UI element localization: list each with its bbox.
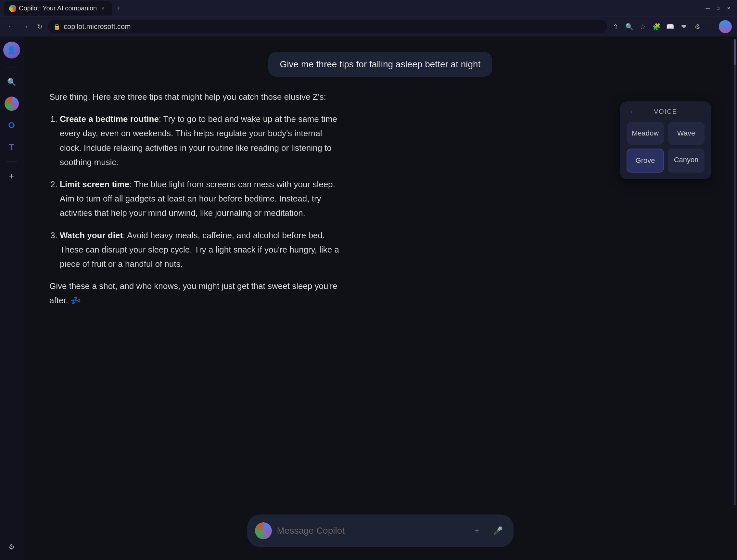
- sidebar-search-icon[interactable]: 🔍: [4, 74, 19, 90]
- user-message-wrapper: Give me three tips for falling asleep be…: [49, 52, 711, 77]
- chat-area: Give me three tips for falling asleep be…: [23, 36, 737, 508]
- voice-panel-header: ← VOICE: [627, 108, 705, 115]
- content-area: Give me three tips for falling asleep be…: [23, 36, 737, 560]
- maximize-button[interactable]: □: [714, 4, 723, 13]
- voice-option-meadow[interactable]: Meadow: [627, 122, 664, 145]
- extensions-icon[interactable]: 🧩: [651, 21, 662, 33]
- copilot-toolbar-button[interactable]: [719, 20, 732, 33]
- tip-item-2: Limit screen time: The blue light from s…: [60, 177, 342, 220]
- browser-settings-icon[interactable]: ⚙: [692, 21, 703, 33]
- microphone-button[interactable]: 🎤: [490, 523, 506, 539]
- main-container: 👤 🔍 O T + ⚙ Give me three tips for falli…: [0, 36, 737, 560]
- tip-item-1: Create a bedtime routine: Try to go to b…: [60, 112, 342, 169]
- close-button[interactable]: ✕: [724, 4, 733, 13]
- tab-close-button[interactable]: ✕: [99, 5, 107, 12]
- address-text: copilot.microsoft.com: [64, 22, 131, 31]
- sidebar-bottom: ⚙: [4, 539, 19, 555]
- user-message: Give me three tips for falling asleep be…: [268, 52, 492, 77]
- voice-panel-title: VOICE: [654, 108, 677, 115]
- share-icon[interactable]: ⇧: [610, 21, 621, 33]
- voice-panel: ← VOICE Meadow Wave Grove Canyon: [620, 101, 711, 179]
- scrollbar[interactable]: [732, 36, 737, 508]
- refresh-button[interactable]: ↻: [34, 21, 45, 33]
- sidebar-copilot-icon[interactable]: [5, 97, 19, 111]
- reading-icon[interactable]: 📖: [664, 21, 676, 33]
- copilot-icon-button[interactable]: [255, 522, 272, 539]
- scrollbar-track: [734, 39, 736, 505]
- voice-option-grove[interactable]: Grove: [627, 149, 664, 173]
- active-tab[interactable]: Copilot: Your AI companion ✕: [4, 1, 112, 16]
- input-area: Message Copilot + 🎤: [23, 508, 737, 560]
- toolbar-right: ⇧ 🔍 ☆ 🧩 📖 ❤ ⚙ ⋯: [610, 20, 732, 33]
- tip-item-3: Watch your diet: Avoid heavy meals, caff…: [60, 228, 342, 271]
- tip-2-title: Limit screen time: [60, 179, 129, 189]
- tab-favicon: [9, 5, 16, 12]
- voice-back-button[interactable]: ←: [627, 106, 638, 118]
- message-input-container[interactable]: Message Copilot + 🎤: [247, 514, 513, 547]
- sidebar-divider-1: [6, 68, 18, 68]
- favorites-icon[interactable]: ❤: [678, 21, 690, 33]
- voice-option-canyon[interactable]: Canyon: [668, 149, 705, 173]
- bookmark-icon[interactable]: ☆: [637, 21, 649, 33]
- voice-option-wave[interactable]: Wave: [668, 122, 705, 145]
- message-placeholder[interactable]: Message Copilot: [277, 526, 464, 536]
- address-bar[interactable]: 🔒 copilot.microsoft.com: [48, 20, 607, 33]
- ai-response: Sure thing. Here are three tips that mig…: [49, 90, 342, 307]
- more-button[interactable]: ⋯: [705, 21, 717, 33]
- scrollbar-thumb[interactable]: [734, 39, 736, 65]
- minimize-button[interactable]: —: [703, 4, 712, 13]
- ai-outro: Give these a shot, and who knows, you mi…: [49, 279, 342, 307]
- browser-toolbar: ← → ↻ 🔒 copilot.microsoft.com ⇧ 🔍 ☆ 🧩 📖 …: [0, 17, 737, 36]
- back-button[interactable]: ←: [5, 21, 17, 33]
- sidebar: 👤 🔍 O T + ⚙: [0, 36, 23, 560]
- user-message-text: Give me three tips for falling asleep be…: [280, 59, 481, 69]
- tab-bar: Copilot: Your AI companion ✕ +: [4, 1, 125, 16]
- tab-title: Copilot: Your AI companion: [19, 5, 97, 12]
- new-tab-button[interactable]: +: [113, 3, 125, 14]
- tips-list: Create a bedtime routine: Try to go to b…: [49, 112, 342, 271]
- add-content-button[interactable]: +: [469, 523, 485, 539]
- forward-button[interactable]: →: [19, 21, 31, 33]
- sidebar-outlook-icon[interactable]: O: [4, 117, 19, 133]
- voice-options-grid: Meadow Wave Grove Canyon: [627, 122, 705, 173]
- ai-intro: Sure thing. Here are three tips that mig…: [49, 90, 342, 104]
- sidebar-divider-2: [6, 162, 18, 162]
- browser-titlebar: Copilot: Your AI companion ✕ + — □ ✕: [0, 0, 737, 17]
- zoom-icon[interactable]: 🔍: [623, 21, 635, 33]
- sidebar-add-icon[interactable]: +: [4, 168, 19, 184]
- tip-1-title: Create a bedtime routine: [60, 114, 159, 124]
- tip-3-title: Watch your diet: [60, 230, 123, 240]
- user-avatar[interactable]: 👤: [3, 42, 20, 59]
- sidebar-teams-icon[interactable]: T: [4, 139, 19, 155]
- sidebar-settings-icon[interactable]: ⚙: [4, 539, 19, 555]
